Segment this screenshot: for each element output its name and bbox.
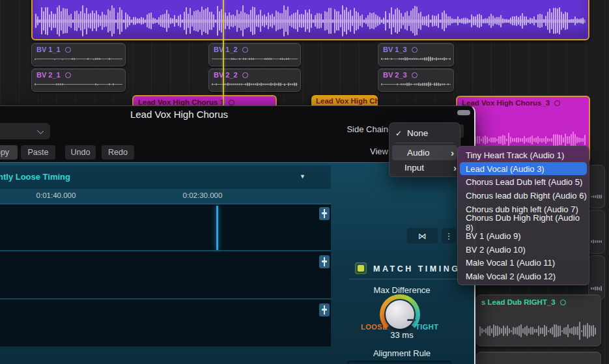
paste-button[interactable]: Paste bbox=[21, 145, 55, 160]
menu-item-audio[interactable]: Audio › bbox=[392, 145, 457, 160]
lane-divider bbox=[0, 250, 331, 251]
waveform bbox=[381, 56, 451, 62]
audio-region-bv[interactable]: BV 1_1 bbox=[31, 43, 126, 66]
playhead[interactable] bbox=[223, 0, 224, 106]
submenu-item[interactable]: Chorus Dub High Right (Audio 8) bbox=[458, 216, 589, 229]
plugin-body: ntly Loose Timing ▼ ⋈ ⋮ 0:01:40.000 0:02… bbox=[0, 162, 474, 364]
view-mode-button[interactable]: ⋈ bbox=[407, 228, 438, 244]
lane-fader-button[interactable] bbox=[319, 303, 330, 316]
region-name: BV 2_1 bbox=[36, 71, 61, 79]
region-name: Lead Vox High Cho bbox=[316, 97, 378, 105]
knob-face bbox=[386, 300, 414, 329]
lane-fader-button[interactable] bbox=[319, 207, 330, 220]
match-timing-toggle[interactable] bbox=[355, 262, 367, 274]
waveform bbox=[591, 285, 602, 292]
waveform bbox=[212, 81, 298, 87]
audio-region-edge[interactable] bbox=[588, 255, 605, 300]
audio-region-bv[interactable]: BV 2_3 bbox=[378, 68, 454, 92]
alignment-rule-dropdown[interactable]: Normal Flexibility ▼ bbox=[347, 361, 451, 364]
alignment-lanes[interactable] bbox=[0, 203, 331, 346]
region-name: s Lead Dub RIGHT_3 bbox=[481, 298, 556, 306]
loop-icon bbox=[242, 47, 248, 53]
loop-icon bbox=[65, 72, 71, 78]
loop-icon bbox=[229, 100, 234, 105]
waveform bbox=[479, 318, 598, 343]
submenu-item[interactable]: BV 1 (Audio 9) bbox=[458, 229, 589, 243]
plugin-title: Lead Vox High Chorus bbox=[81, 109, 277, 120]
submenu-item[interactable]: Male Vocal 2 (Audio 12) bbox=[458, 270, 589, 283]
audio-region-dub-right[interactable]: s Lead Dub RIGHT_3 bbox=[476, 294, 601, 346]
plugin-playhead[interactable] bbox=[216, 206, 218, 250]
region-name: BV 1_1 bbox=[36, 46, 61, 53]
submenu-item[interactable]: BV 2 (Audio 10) bbox=[458, 243, 589, 257]
menu-item-none[interactable]: ✓ None bbox=[389, 126, 460, 141]
submenu-item[interactable]: Tiny Heart Track (Audio 1) bbox=[458, 148, 589, 162]
match-timing-label: MATCH TIMING bbox=[373, 264, 460, 273]
dropdown-arrow-icon: ▼ bbox=[300, 173, 305, 180]
undo-button[interactable]: Undo bbox=[65, 145, 96, 160]
region-name: BV 2_3 bbox=[383, 71, 407, 79]
loop-icon bbox=[412, 72, 418, 78]
chevron-down-icon bbox=[37, 128, 44, 134]
view-label: View bbox=[288, 147, 388, 156]
copy-button[interactable]: Copy bbox=[0, 145, 18, 160]
lane-divider bbox=[0, 298, 331, 300]
submenu-arrow-icon: › bbox=[451, 148, 454, 158]
screen: BV 1_1 BV 1_2 BV 1_3 BV 2_1 BV 2_2 BV 2_… bbox=[0, 0, 609, 364]
window-resize-pill[interactable] bbox=[457, 110, 470, 115]
submenu-arrow-icon: › bbox=[453, 163, 457, 173]
timeline-label: 0:02:30.000 bbox=[163, 191, 242, 199]
divider bbox=[349, 279, 457, 279]
loop-icon bbox=[560, 300, 566, 305]
side-chain-menu: ✓ None Audio › Input › bbox=[389, 122, 460, 177]
region-name: BV 1_2 bbox=[214, 46, 238, 53]
audio-region-edge[interactable] bbox=[588, 210, 605, 254]
audio-region-bv[interactable]: BV 2_1 bbox=[31, 68, 126, 92]
waveform bbox=[35, 56, 122, 62]
submenu-item[interactable]: Chorus Lead Dub left (Audio 5) bbox=[458, 175, 589, 189]
waveform bbox=[591, 238, 602, 245]
view-options-button[interactable]: ⋮ bbox=[442, 228, 456, 244]
plugin-preset-bar[interactable]: ntly Loose Timing ▼ bbox=[0, 165, 331, 189]
max-difference-value: 33 ms bbox=[350, 330, 454, 340]
timeline-label: 0:01:40.000 bbox=[17, 191, 95, 199]
submenu-item[interactable]: Male Vocal 1 (Audio 11) bbox=[458, 257, 589, 270]
lane-fader-button[interactable] bbox=[319, 255, 330, 268]
region-name: BV 2_2 bbox=[214, 71, 238, 79]
redo-button[interactable]: Redo bbox=[102, 145, 134, 160]
loop-icon bbox=[65, 47, 71, 53]
loop-icon bbox=[412, 47, 418, 53]
audio-region-edge[interactable] bbox=[476, 352, 601, 364]
bowtie-icon: ⋈ bbox=[418, 231, 427, 241]
audio-region-bv[interactable]: BV 1_3 bbox=[378, 43, 454, 66]
alignment-rule-label: Alignment Rule bbox=[350, 348, 454, 358]
waveform bbox=[35, 81, 122, 87]
menu-item-input[interactable]: Input › bbox=[389, 160, 460, 175]
loop-icon bbox=[554, 100, 560, 106]
check-icon: ✓ bbox=[395, 129, 402, 138]
audio-tracks-submenu: Tiny Heart Track (Audio 1) Lead Vocal (A… bbox=[457, 146, 589, 285]
submenu-item[interactable]: Chorus lead dub Right (Audio 6) bbox=[458, 189, 589, 203]
waveform bbox=[212, 56, 298, 62]
loop-icon bbox=[242, 72, 248, 78]
submenu-item-selected[interactable]: Lead Vocal (Audio 3) bbox=[460, 162, 587, 176]
led-on-icon bbox=[358, 265, 364, 272]
region-name: BV 1_3 bbox=[383, 46, 407, 53]
side-chain-label: Side Chain bbox=[288, 124, 388, 134]
audio-region-edge[interactable] bbox=[588, 165, 605, 208]
preset-name: ntly Loose Timing bbox=[0, 172, 70, 182]
waveform bbox=[381, 81, 451, 87]
region-name: Lead Vox High Chorus_3 bbox=[462, 99, 550, 107]
menu-divider bbox=[395, 143, 454, 143]
waveform bbox=[35, 4, 586, 38]
audio-region-lead-vocal[interactable] bbox=[31, 0, 589, 40]
knob-indicator bbox=[407, 319, 416, 321]
waveform bbox=[591, 193, 602, 201]
max-difference-label: Max Difference bbox=[350, 285, 454, 295]
more-icon: ⋮ bbox=[445, 231, 453, 241]
plugin-preset-select[interactable] bbox=[0, 123, 50, 139]
